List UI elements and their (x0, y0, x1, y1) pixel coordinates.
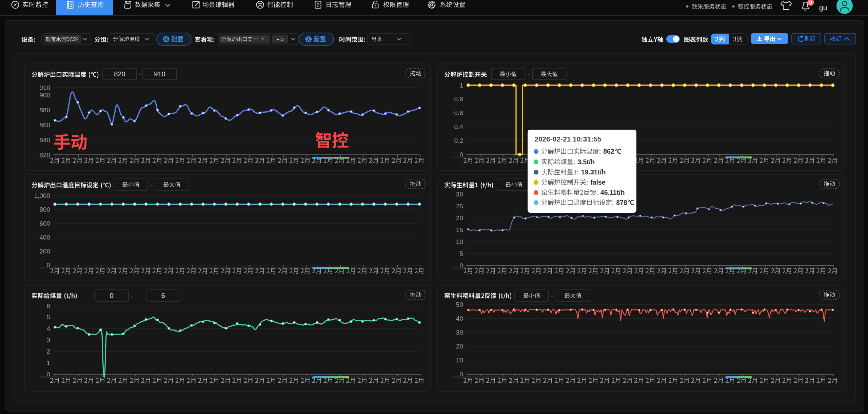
svg-text:-: - (139, 71, 141, 77)
svg-text:46.11t/h: 46.11t/h (600, 189, 625, 196)
svg-text:860: 860 (39, 121, 50, 129)
svg-text:910: 910 (154, 70, 165, 78)
svg-text:30: 30 (456, 329, 463, 336)
svg-text:19.31t/h: 19.31t/h (581, 168, 606, 176)
svg-text:0.4: 0.4 (454, 123, 463, 130)
svg-text:-: - (131, 293, 133, 299)
svg-text:10: 10 (456, 357, 463, 364)
svg-text:1: 1 (46, 359, 50, 366)
svg-text:30: 30 (456, 191, 463, 198)
svg-text:3.5t/h: 3.5t/h (577, 158, 595, 166)
svg-text:0: 0 (809, 0, 812, 5)
svg-text:0.8: 0.8 (454, 95, 463, 102)
svg-text:400: 400 (39, 234, 50, 241)
svg-text:3: 3 (46, 337, 50, 344)
svg-text:800: 800 (39, 206, 50, 213)
svg-text:false: false (590, 178, 606, 186)
svg-text:0: 0 (110, 292, 113, 299)
svg-text:25: 25 (456, 203, 463, 210)
svg-text:0.6: 0.6 (454, 109, 463, 116)
svg-text:2026-02-21 10:31:55: 2026-02-21 10:31:55 (534, 135, 601, 143)
svg-text:+ 5: + 5 (276, 36, 284, 42)
svg-text:200: 200 (39, 248, 50, 255)
svg-text:10: 10 (456, 238, 463, 245)
svg-text:-: - (551, 293, 553, 299)
svg-text:2: 2 (46, 348, 50, 355)
svg-text:-: - (150, 182, 152, 188)
svg-text:820: 820 (114, 70, 125, 78)
svg-text:0.2: 0.2 (454, 137, 463, 144)
svg-text:gu: gu (819, 4, 827, 12)
svg-text:1: 1 (459, 82, 463, 89)
svg-text:862: 862 (603, 148, 614, 155)
svg-text:1,000: 1,000 (34, 192, 50, 199)
svg-text:6: 6 (161, 292, 165, 299)
svg-text:910: 910 (39, 84, 50, 91)
svg-text:15: 15 (456, 226, 463, 233)
svg-text:5: 5 (46, 314, 50, 321)
svg-text:20: 20 (456, 343, 463, 350)
svg-text:50: 50 (456, 301, 463, 308)
svg-text:880: 880 (39, 107, 50, 114)
svg-text:840: 840 (39, 136, 50, 144)
svg-text:600: 600 (39, 220, 50, 227)
svg-text:6: 6 (46, 302, 50, 309)
svg-text:20: 20 (456, 214, 463, 222)
svg-text:900: 900 (39, 92, 50, 99)
svg-text:878: 878 (616, 199, 627, 206)
svg-text:⋯: ⋯ (254, 35, 258, 41)
svg-text:40: 40 (456, 315, 463, 322)
svg-text:-: - (528, 71, 530, 77)
svg-text:4: 4 (46, 325, 50, 332)
svg-text:5: 5 (459, 250, 463, 257)
